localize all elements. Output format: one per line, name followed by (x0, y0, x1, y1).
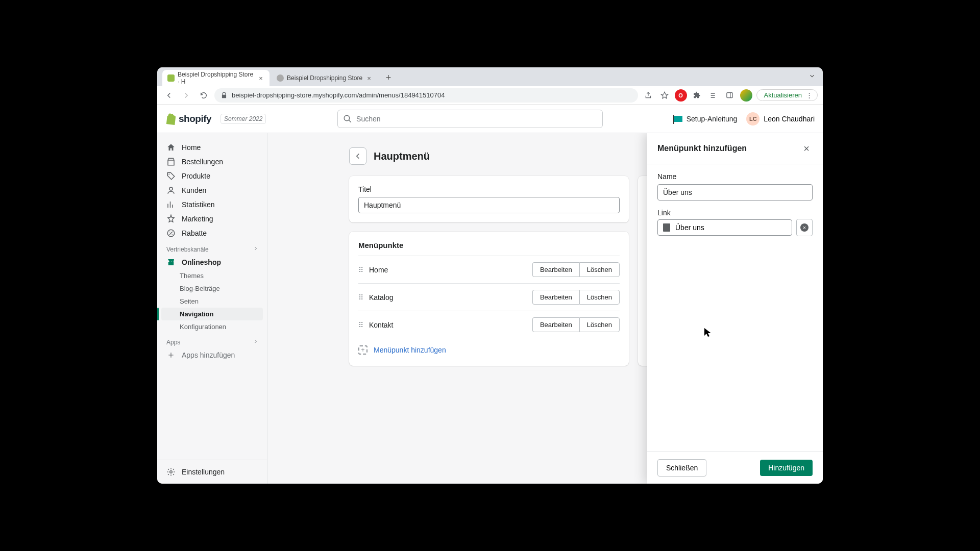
sidebar-item-label: Rabatte (182, 229, 207, 237)
menu-row: ⠿ Katalog Bearbeiten Löschen (358, 283, 620, 311)
user-avatar: LC (746, 112, 760, 126)
main-content: Hauptmenü Titel Menüpunkte ⠿ Home Bearbe… (267, 133, 823, 484)
sidebar-item-onlineshop[interactable]: Onlineshop (157, 255, 267, 269)
drag-handle-icon[interactable]: ⠿ (358, 266, 363, 274)
sidebar-sub-blogs[interactable]: Blog-Beiträge (157, 282, 267, 295)
analytics-icon (166, 200, 176, 209)
close-button[interactable]: Schließen (657, 459, 706, 477)
reading-list-icon[interactable] (707, 89, 720, 102)
titel-label: Titel (358, 185, 620, 193)
shopify-logo[interactable]: shopify (165, 113, 211, 125)
drag-handle-icon[interactable]: ⠿ (358, 293, 363, 302)
user-name: Leon Chaudhari (764, 115, 815, 123)
setup-label: Setup-Anleitung (687, 115, 738, 123)
chevron-right-icon[interactable] (253, 338, 259, 346)
page-title: Hauptmenü (374, 151, 430, 162)
sidepanel-icon[interactable] (724, 89, 736, 102)
search-icon (343, 114, 352, 123)
tab-close-icon[interactable]: × (257, 74, 264, 82)
plus-icon (166, 350, 176, 360)
reload-button[interactable] (197, 89, 210, 102)
sidebar-item-home[interactable]: Home (157, 140, 267, 155)
lock-icon (220, 92, 228, 99)
bookmark-icon[interactable] (658, 89, 671, 102)
menu-row: ⠿ Kontakt Bearbeiten Löschen (358, 311, 620, 338)
tab-close-icon[interactable]: × (365, 74, 373, 82)
sidebar-item-add-apps[interactable]: Apps hinzufügen (157, 348, 267, 362)
sidebar-item-label: Home (182, 143, 201, 152)
sidebar-item-label: Onlineshop (182, 258, 221, 266)
sidebar-sub-config[interactable]: Konfigurationen (157, 320, 267, 333)
chevron-right-icon[interactable] (253, 245, 259, 253)
card-menupunkte: Menüpunkte ⠿ Home Bearbeiten Löschen ⠿ K… (349, 232, 629, 366)
name-input[interactable] (657, 184, 813, 201)
clear-icon: × (800, 223, 808, 232)
extension-opera-icon[interactable]: O (675, 89, 687, 102)
share-icon[interactable] (642, 89, 654, 102)
svg-point-8 (172, 234, 173, 235)
user-menu[interactable]: LC Leon Chaudhari (746, 112, 815, 126)
shopify-topbar: shopify Sommer 2022 Suchen Setup-Anleitu… (157, 105, 823, 133)
sidebar-item-settings[interactable]: Einstellungen (157, 460, 267, 484)
extensions-icon[interactable] (691, 89, 703, 102)
sidebar-item-label: Bestellungen (182, 158, 223, 166)
new-tab-button[interactable]: + (382, 71, 395, 84)
update-button[interactable]: Aktualisieren ⋮ (756, 89, 818, 101)
delete-button[interactable]: Löschen (579, 262, 620, 277)
sidebar-item-marketing[interactable]: Marketing (157, 212, 267, 226)
add-button[interactable]: Hinzufügen (760, 460, 813, 476)
sidebar-item-label: Einstellungen (182, 468, 225, 476)
sidebar-item-orders[interactable]: Bestellungen (157, 155, 267, 169)
search-input[interactable]: Suchen (337, 110, 603, 128)
svg-rect-0 (727, 93, 732, 98)
add-dashed-icon: + (358, 345, 368, 355)
sidebar-item-analytics[interactable]: Statistiken (157, 197, 267, 212)
edit-button[interactable]: Bearbeiten (532, 290, 579, 305)
menu-item-name: Katalog (369, 293, 532, 302)
svg-point-9 (170, 471, 173, 473)
svg-point-4 (168, 173, 169, 174)
sidebar-header-label: Apps (166, 339, 180, 346)
add-item-label: Menüpunkt hinzufügen (374, 346, 446, 354)
link-input[interactable]: Über uns (657, 219, 792, 236)
add-menu-item-button[interactable]: + Menüpunkt hinzufügen (358, 338, 620, 357)
menu-item-name: Home (369, 266, 532, 274)
svg-line-3 (349, 120, 351, 122)
sidebar-item-discounts[interactable]: Rabatte (157, 226, 267, 240)
name-label: Name (657, 172, 813, 181)
tab-overflow-icon[interactable] (808, 72, 816, 82)
sidebar-item-customers[interactable]: Kunden (157, 183, 267, 197)
profile-avatar-icon[interactable] (740, 89, 752, 102)
delete-button[interactable]: Löschen (579, 317, 620, 332)
summer-badge: Sommer 2022 (220, 114, 266, 124)
orders-icon (166, 157, 176, 166)
titel-input[interactable] (358, 197, 620, 213)
section-title: Menüpunkte (358, 241, 620, 249)
edit-button[interactable]: Bearbeiten (532, 317, 579, 332)
address-bar[interactable]: beispiel-dropshipping-store.myshopify.co… (214, 88, 638, 103)
drag-handle-icon[interactable]: ⠿ (358, 321, 363, 329)
card-titel: Titel (349, 176, 629, 222)
browser-tab-active[interactable]: Beispiel Dropshipping Store · H × (162, 70, 270, 86)
back-button[interactable] (162, 89, 176, 102)
browser-tab-inactive[interactable]: Beispiel Dropshipping Store × (272, 70, 378, 86)
customers-icon (166, 186, 176, 195)
edit-button[interactable]: Bearbeiten (532, 262, 579, 277)
sidebar-sub-navigation[interactable]: Navigation (161, 308, 263, 320)
sidebar-item-label: Marketing (182, 215, 213, 223)
delete-button[interactable]: Löschen (579, 290, 620, 305)
sidebar-sub-themes[interactable]: Themes (157, 269, 267, 282)
sidebar-sub-pages[interactable]: Seiten (157, 295, 267, 308)
gear-icon (166, 467, 176, 477)
flag-icon (674, 116, 682, 122)
page-back-button[interactable] (349, 147, 366, 165)
tab-title: Beispiel Dropshipping Store (287, 74, 362, 82)
forward-button[interactable] (180, 89, 193, 102)
sidebar-item-products[interactable]: Produkte (157, 169, 267, 183)
clear-link-button[interactable]: × (796, 219, 813, 236)
drawer-close-button[interactable]: × (800, 142, 813, 155)
page-icon (663, 223, 670, 232)
cursor-icon (704, 328, 712, 339)
setup-guide-link[interactable]: Setup-Anleitung (674, 115, 738, 123)
svg-point-7 (169, 232, 170, 233)
